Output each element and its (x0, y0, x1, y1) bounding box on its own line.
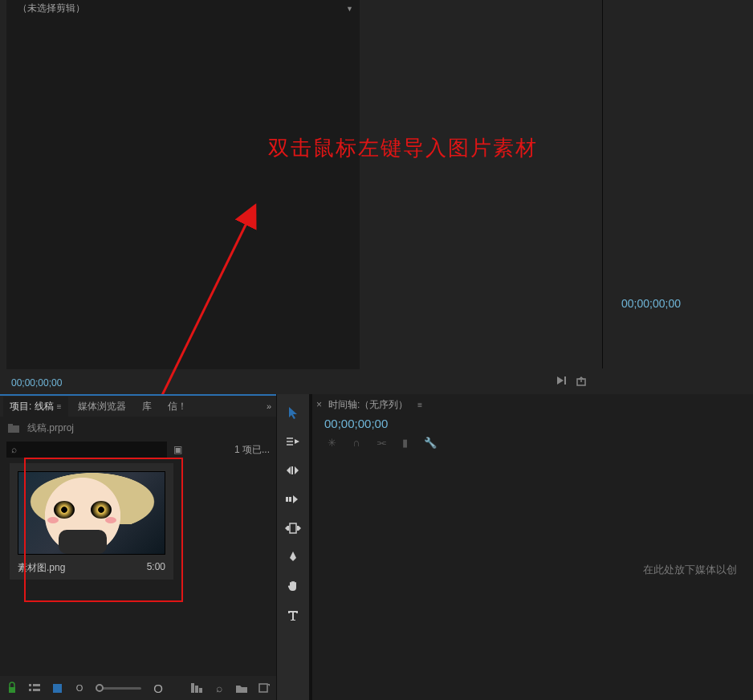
svg-rect-17 (291, 466, 293, 474)
svg-rect-10 (191, 683, 194, 693)
snap-icon[interactable]: ✳ (328, 437, 336, 449)
linked-selection-icon[interactable]: ⫘ (376, 437, 386, 449)
svg-rect-19 (286, 497, 288, 502)
bin-icon (8, 424, 19, 433)
svg-rect-22 (287, 526, 289, 531)
thumbnail-zoom-slider[interactable] (96, 687, 141, 690)
annotation-text: 双击鼠标左键导入图片素材 (268, 134, 538, 162)
project-bin-area[interactable]: 素材图.png 5:00 (0, 460, 276, 674)
new-bin-icon[interactable] (236, 682, 247, 694)
pen-tool[interactable] (283, 548, 303, 566)
program-monitor-panel: 00;00;00;00 (365, 0, 753, 394)
program-transport-controls (557, 376, 588, 387)
panel-menu-icon[interactable]: ≡ (417, 401, 422, 409)
svg-rect-13 (259, 684, 267, 692)
svg-rect-11 (195, 686, 198, 693)
project-file-name: 线稿.prproj (27, 421, 74, 435)
list-view-icon[interactable] (29, 682, 40, 694)
new-item-icon[interactable] (258, 682, 270, 694)
tab-info[interactable]: 信！ (161, 397, 193, 417)
sort-icon[interactable] (191, 682, 202, 694)
magnet-icon[interactable]: ∩ (352, 437, 360, 449)
svg-marker-26 (299, 526, 301, 531)
hand-tool[interactable] (283, 577, 303, 595)
svg-rect-9 (33, 689, 40, 691)
search-input[interactable] (22, 445, 162, 454)
find-icon[interactable]: ⌕ (214, 682, 225, 694)
timeline-header: × 时间轴:（无序列） ≡ (310, 394, 753, 415)
search-row: ⌕ ▣ 1 项已... (0, 439, 276, 460)
close-panel-icon[interactable]: × (316, 399, 322, 410)
vertical-divider[interactable] (310, 394, 312, 700)
dropdown-icon[interactable]: ▼ (346, 5, 353, 13)
svg-rect-7 (33, 684, 40, 686)
clip-name: 素材图.png (18, 561, 65, 575)
selection-tool[interactable] (283, 404, 303, 421)
upper-region: （未选择剪辑） ▼ 00;00;00;00 00;00;00;00 (0, 0, 753, 394)
marker-icon[interactable]: ▮ (402, 437, 408, 449)
svg-marker-16 (287, 466, 291, 474)
project-footer: O O ⌕ (0, 676, 276, 700)
svg-rect-24 (290, 523, 296, 533)
project-panel: 项目: 线稿≡ 媒体浏览器 库 信！ » 线稿.prproj ⌕ ▣ 1 项已.… (0, 394, 276, 700)
program-timecode[interactable]: 00;00;00;00 (621, 297, 681, 310)
clip-duration: 5:00 (147, 561, 165, 575)
lock-icon[interactable] (6, 682, 18, 694)
svg-rect-8 (29, 689, 31, 691)
tab-media-browser[interactable]: 媒体浏览器 (71, 397, 132, 417)
filter-bin-icon[interactable]: ▣ (173, 444, 182, 455)
search-icon: ⌕ (11, 444, 17, 455)
timeline-drop-hint: 在此处放下媒体以创 (643, 563, 737, 577)
svg-marker-0 (557, 376, 564, 385)
svg-rect-1 (564, 376, 566, 385)
tab-project-label: 项目: 线稿 (10, 401, 54, 412)
wrench-icon[interactable]: 🔧 (424, 437, 437, 449)
timeline-title: 时间轴:（无序列） (328, 398, 408, 412)
timeline-panel: × 时间轴:（无序列） ≡ 00;00;00;00 ✳ ∩ ⫘ ▮ 🔧 在此处放… (310, 394, 753, 700)
source-timecode[interactable]: 00;00;00;00 (11, 377, 62, 389)
search-field[interactable]: ⌕ (6, 442, 167, 458)
tools-panel (276, 394, 310, 700)
source-title: （未选择剪辑） (13, 0, 90, 17)
type-tool[interactable] (283, 606, 303, 624)
svg-rect-6 (29, 684, 31, 686)
rate-stretch-tool[interactable] (283, 490, 303, 508)
tab-project[interactable]: 项目: 线稿≡ (3, 397, 68, 417)
svg-rect-12 (199, 688, 202, 693)
project-tabs: 项目: 线稿≡ 媒体浏览器 库 信！ » (0, 396, 276, 417)
timeline-toolbar: ✳ ∩ ⫘ ▮ 🔧 (310, 437, 753, 449)
svg-marker-18 (295, 466, 299, 474)
svg-rect-25 (297, 526, 299, 531)
svg-marker-14 (289, 407, 297, 419)
clip-thumbnail-card[interactable]: 素材图.png 5:00 (10, 463, 173, 580)
lower-region: 项目: 线稿≡ 媒体浏览器 库 信！ » 线稿.prproj ⌕ ▣ 1 项已.… (0, 394, 753, 700)
svg-marker-21 (293, 495, 298, 503)
zoom-max-icon[interactable]: O (153, 682, 164, 694)
tab-library[interactable]: 库 (136, 397, 158, 417)
icon-view-icon[interactable] (51, 682, 63, 694)
zoom-min-icon[interactable]: O (74, 682, 85, 694)
svg-marker-23 (285, 526, 287, 531)
svg-marker-15 (295, 439, 299, 444)
item-count: 1 项已... (234, 443, 270, 457)
ripple-edit-tool[interactable] (283, 462, 303, 479)
export-frame-icon[interactable] (576, 376, 588, 387)
svg-rect-20 (289, 497, 291, 502)
project-file-row: 线稿.prproj (0, 417, 276, 439)
panel-menu-icon[interactable]: ≡ (57, 402, 62, 411)
svg-rect-5 (9, 687, 15, 693)
overflow-chevron-icon[interactable]: » (267, 401, 271, 411)
slip-tool[interactable] (283, 519, 303, 537)
source-monitor-panel[interactable]: （未选择剪辑） ▼ (6, 0, 360, 369)
timeline-timecode[interactable]: 00;00;00;00 (310, 417, 753, 430)
track-select-tool[interactable] (283, 433, 303, 450)
play-icon[interactable] (557, 376, 568, 387)
clip-thumbnail[interactable] (18, 471, 165, 555)
